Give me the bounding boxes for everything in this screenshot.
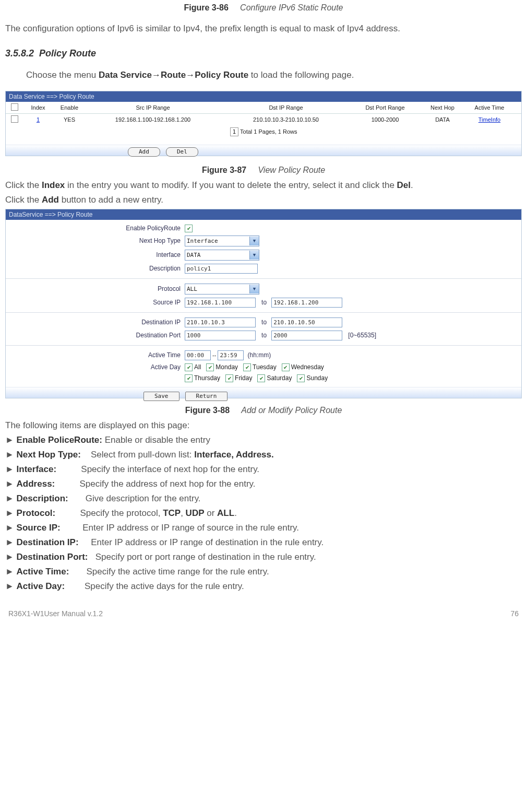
- day-fri-checkbox[interactable]: ✔: [225, 374, 233, 382]
- description-input[interactable]: [185, 264, 258, 274]
- t6: Click the: [5, 195, 42, 205]
- term: Destination Port:: [17, 552, 88, 562]
- return-button[interactable]: Return: [185, 392, 228, 401]
- day-tue-checkbox[interactable]: ✔: [243, 363, 251, 371]
- day-mon: Monday: [215, 363, 238, 371]
- day-all: All: [194, 363, 201, 371]
- active-time-from-input[interactable]: [185, 350, 211, 360]
- footer-page-number: 76: [510, 609, 519, 618]
- term: Interface:: [17, 464, 57, 474]
- to-label: to: [261, 332, 267, 339]
- header-dst: Dst IP Range: [221, 104, 351, 111]
- term: Active Day:: [17, 581, 65, 591]
- t4: Del: [397, 180, 411, 190]
- protocol-select[interactable]: ALL▼: [185, 284, 259, 295]
- menu-b2: Route: [161, 70, 186, 80]
- term: Protocol:: [17, 508, 56, 518]
- label-dest-ip: Destination IP: [6, 319, 185, 326]
- glossary-desc: ► Description: Give description for the …: [5, 491, 522, 506]
- row-enable: YES: [54, 116, 85, 123]
- menu-sentence: Choose the menu Data Service→Route→Polic…: [5, 68, 522, 82]
- header-checkbox-cell: [7, 103, 22, 112]
- table-header-row: Index Enable Src IP Range Dst IP Range D…: [6, 102, 521, 114]
- t5: .: [411, 180, 413, 190]
- section-heading: 3.5.8.2 Policy Route: [5, 48, 522, 59]
- t7: Add: [42, 195, 59, 205]
- source-ip-to-input[interactable]: [271, 298, 342, 308]
- term: Source IP:: [17, 523, 61, 533]
- def-a: Specify the protocol,: [55, 508, 163, 518]
- label-dest-port: Destination Port: [6, 332, 185, 339]
- row-enable: Enable PolicyRoute ✔: [6, 223, 521, 234]
- pagination: 1 Total 1 Pages, 1 Rows: [6, 125, 521, 145]
- save-button[interactable]: Save: [143, 392, 179, 401]
- row-atime[interactable]: TimeInfo: [466, 116, 513, 123]
- dest-ip-to-input[interactable]: [271, 317, 342, 327]
- label-enable: Enable PolicyRoute: [6, 225, 185, 232]
- dest-ip-from-input[interactable]: [185, 317, 256, 327]
- m1: ,: [181, 508, 185, 518]
- del-button[interactable]: Del: [166, 147, 198, 157]
- b1: TCP: [163, 508, 181, 518]
- day-mon-checkbox[interactable]: ✔: [206, 363, 214, 371]
- figure-number: Figure 3-87: [202, 166, 246, 174]
- footer-left: R36X1-W1User Manual v.1.2: [8, 609, 103, 618]
- row-index[interactable]: 1: [22, 116, 54, 123]
- day-sat: Saturday: [267, 374, 292, 382]
- header-index: Index: [22, 104, 54, 111]
- footer-bar: Save Return: [6, 387, 521, 398]
- day-sun-checkbox[interactable]: ✔: [297, 374, 305, 382]
- glossary-nht: ► Next Hop Type: Select from pull-down l…: [5, 448, 522, 462]
- timeinfo-link[interactable]: TimeInfo: [478, 116, 500, 123]
- row-dst: 210.10.10.3-210.10.10.50: [221, 116, 351, 123]
- day-thu-checkbox[interactable]: ✔: [185, 374, 193, 382]
- day-all-checkbox[interactable]: ✔: [185, 363, 193, 371]
- m2: or: [205, 508, 218, 518]
- next-hop-type-select[interactable]: Interface▼: [185, 236, 259, 246]
- figure-title: Configure IPv6 Static Route: [240, 3, 343, 12]
- enable-checkbox[interactable]: ✔: [185, 225, 193, 232]
- def-a: Select from pull-down list:: [81, 450, 194, 460]
- row-protocol: Protocol ALL▼: [6, 282, 521, 296]
- label-active-day: Active Day: [6, 363, 185, 371]
- dest-port-to-input[interactable]: [271, 331, 342, 340]
- interface-select[interactable]: DATA▼: [185, 250, 259, 261]
- t3: in the entry you want to modify. If you …: [65, 180, 397, 190]
- menu-b3: Policy Route: [195, 70, 248, 80]
- iface-value: DATA: [187, 252, 201, 258]
- row-checkbox[interactable]: [11, 115, 18, 123]
- pagination-text: Total 1 Pages, 1 Rows: [240, 128, 297, 135]
- chevron-down-icon: ▼: [249, 251, 259, 260]
- row-source-ip: Source IP to: [6, 296, 521, 309]
- term: Active Time:: [17, 567, 69, 576]
- figure-86-caption: Figure 3-86 Configure IPv6 Static Route: [5, 3, 522, 13]
- glossary-iface: ► Interface: Specify the interface of ne…: [5, 462, 522, 477]
- save-row: Save Return: [6, 387, 521, 406]
- term: Address:: [17, 479, 55, 489]
- row-checkbox-cell: [7, 115, 22, 124]
- def: Specify port or port range of destinatio…: [88, 552, 316, 562]
- glossary: ► Enable PoliceRoute: Enable or disable …: [5, 433, 522, 594]
- term: Description:: [17, 493, 68, 503]
- intro-text: The configuration options of Ipv6 is sim…: [5, 21, 522, 36]
- dest-port-from-input[interactable]: [185, 331, 256, 340]
- header-dport: Dst Port Range: [351, 104, 419, 111]
- page-number-input[interactable]: 1: [230, 127, 239, 136]
- term: Enable PoliceRoute:: [17, 435, 102, 445]
- source-ip-from-input[interactable]: [185, 298, 256, 308]
- day-wed-checkbox[interactable]: ✔: [282, 363, 290, 371]
- section-number: 3.5.8.2: [5, 48, 34, 58]
- row-active-day: Active Day ✔All ✔Monday ✔Tuesday ✔Wednes…: [6, 362, 521, 373]
- index-link[interactable]: 1: [37, 116, 40, 123]
- end: .: [234, 508, 237, 518]
- glossary-dport: ► Destination Port: Specify port or port…: [5, 550, 522, 564]
- select-all-checkbox[interactable]: [11, 103, 18, 111]
- glossary-addr: ► Address: Specify the address of next h…: [5, 477, 522, 491]
- glossary-dip: ► Destination IP: Enter IP address or IP…: [5, 535, 522, 550]
- day-sat-checkbox[interactable]: ✔: [257, 374, 265, 382]
- active-time-to-input[interactable]: [218, 350, 244, 360]
- label-nht: Next Hop Type: [6, 237, 185, 244]
- after-87-text: Click the Index in the entry you want to…: [5, 178, 522, 206]
- add-button[interactable]: Add: [128, 147, 160, 157]
- glossary-aday: ► Active Day: Specify the active days fo…: [5, 579, 522, 594]
